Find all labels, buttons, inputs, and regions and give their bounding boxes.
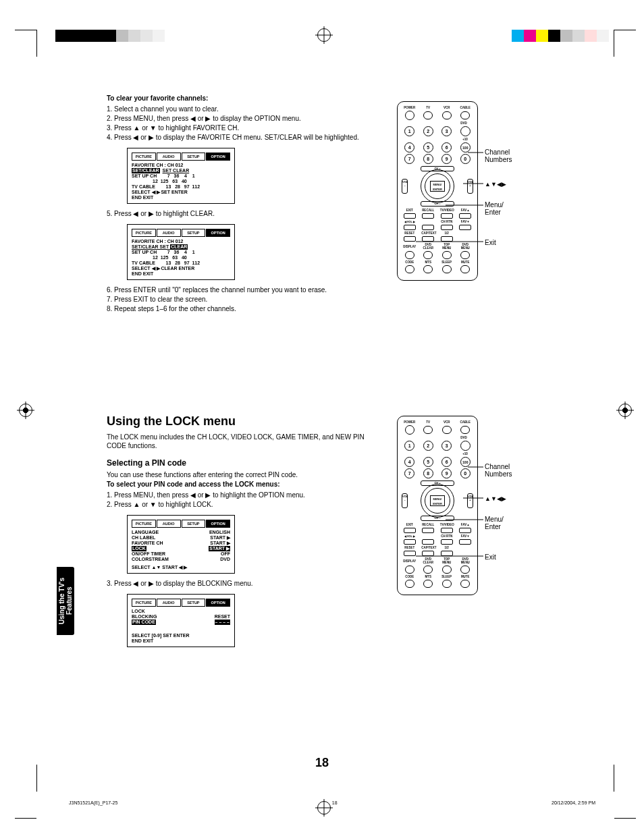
pin-procedure-heading: To select your PIN code and access the L…	[107, 480, 377, 488]
crop-mark	[15, 818, 36, 819]
osd-line: SET/CLEAR SET CLEAR	[132, 168, 230, 173]
lock-heading: Using the LOCK menu	[107, 414, 377, 429]
pin-steps: 3. Press ◀ or ▶ to display the BLOCKING …	[107, 579, 377, 588]
osd-title: FAVORITE CH : CH 012	[132, 163, 230, 168]
osd-title: FAVORITE CH : CH 012	[132, 239, 230, 244]
osd-favorite-clear: PICTURE AUDIO SETUP OPTION FAVORITE CH :…	[127, 224, 235, 280]
pin-steps: 1. Press MENU, then press ◀ or ▶ to high…	[107, 491, 377, 510]
step: 8. Repeat steps 1–6 for the other channe…	[116, 304, 377, 314]
menu-enter-button: MENU/ ENTER	[430, 181, 445, 192]
crop-mark	[614, 30, 636, 30]
crop-mark	[36, 30, 37, 57]
osd-tab: PICTURE	[132, 520, 156, 528]
osd-tab: PICTURE	[132, 153, 156, 161]
step: 1. Press MENU, then press ◀ or ▶ to high…	[116, 491, 377, 500]
osd-grid: SET UP CH 7 36 4 1 12 125 63 40 TV CABLE…	[132, 250, 230, 266]
step: 2. Press MENU, then press ◀ or ▶ to disp…	[116, 114, 377, 123]
osd-tab: AUDIO	[157, 153, 181, 161]
registration-target-icon	[317, 28, 331, 42]
osd-tab: AUDIO	[157, 520, 181, 528]
pin-heading: Selecting a PIN code	[107, 458, 377, 468]
osd-tab: AUDIO	[157, 229, 181, 237]
step: 6. Press ENTER until "0" replaces the ch…	[116, 285, 377, 295]
step: 3. Press ▲ or ▼ to highlight FAVORITE CH…	[116, 123, 377, 133]
page-number: 18	[0, 756, 644, 770]
osd-tab: PICTURE	[132, 599, 156, 607]
crop-mark	[15, 30, 36, 30]
osd-blocking: PICTURE AUDIO SETUP OPTION LOCK BLOCKING…	[127, 594, 235, 647]
callout-menu: Menu/ Enter	[485, 201, 504, 216]
osd-hint: END EXIT	[132, 638, 230, 644]
osd-hint: END EXIT	[132, 271, 230, 277]
menu-enter-button: MENU/ ENTER	[430, 495, 445, 506]
osd-hint: SELECT [0-9] SET ENTER	[132, 633, 230, 638]
registration-strip-right	[512, 30, 609, 42]
footer-left: J3N51521A(E)_P17-25	[69, 800, 117, 805]
osd-hint: END EXIT	[132, 195, 230, 200]
osd-tab-active: OPTION	[206, 599, 230, 607]
callout-menu: Menu/ Enter	[485, 516, 504, 530]
registration-strip-left	[55, 30, 165, 42]
footer-right: 20/12/2004, 2:59 PM	[552, 800, 595, 805]
osd-tab: SETUP	[182, 520, 206, 528]
osd-tab: AUDIO	[157, 599, 181, 607]
section-tab: Using the TV's Features	[57, 567, 74, 635]
callout-exit: Exit	[485, 553, 496, 561]
step: 7. Press EXIT to clear the screen.	[116, 295, 377, 304]
callout-arrows: ▲▼◀▶	[485, 495, 506, 503]
step: 4. Press ◀ or ▶ to display the FAVORITE …	[116, 133, 377, 142]
osd-favorite-set: PICTURE AUDIO SETUP OPTION FAVORITE CH :…	[127, 148, 235, 204]
power-button-icon	[405, 111, 414, 120]
osd-tab: SETUP	[182, 599, 206, 607]
callout-arrows: ▲▼◀▶	[485, 181, 506, 188]
step: 5. Press ◀ or ▶ to highlight CLEAR.	[116, 209, 377, 219]
power-button-icon	[405, 425, 414, 435]
osd-tab: SETUP	[182, 153, 206, 161]
osd-tab-active: OPTION	[206, 153, 230, 161]
remote-diagram: POWER TV VCR CABLE DVD 123 +10 456100 78…	[397, 101, 478, 281]
lock-intro: The LOCK menu includes the CH LOCK, VIDE…	[107, 433, 377, 450]
osd-grid: SET UP CH 7 36 4 1 12 125 63 40 TV CABLE…	[132, 173, 230, 190]
callout-exit: Exit	[485, 239, 496, 246]
crop-mark	[614, 30, 614, 57]
osd-line: SET/CLEAR SET CLEAR	[132, 244, 230, 250]
step: 2. Press ▲ or ▼ to highlight LOCK.	[116, 500, 377, 510]
osd-hint: SELECT ◀ ▶ SET ENTER	[132, 190, 230, 195]
osd-tab-active: OPTION	[206, 229, 230, 237]
crop-mark	[614, 818, 636, 819]
registration-target-icon	[19, 404, 32, 417]
clear-steps: 5. Press ◀ or ▶ to highlight CLEAR.	[107, 209, 377, 219]
step: 3. Press ◀ or ▶ to display the BLOCKING …	[116, 579, 377, 588]
step: 1. Select a channel you want to clear.	[116, 105, 377, 114]
registration-target-icon	[618, 404, 632, 417]
osd-tab: SETUP	[182, 229, 206, 237]
pin-intro: You can use these functions after enteri…	[107, 470, 377, 479]
callout-channel: Channel Numbers	[485, 148, 512, 163]
remote-diagram: POWER TV VCR CABLE DVD 123 +10 456100 78…	[397, 416, 478, 595]
osd-tab-active: OPTION	[206, 520, 230, 528]
clear-heading: To clear your favorite channels:	[107, 94, 377, 102]
clear-steps: 1. Select a channel you want to clear. 2…	[107, 105, 377, 142]
footer: J3N51521A(E)_P17-25 18 20/12/2004, 2:59 …	[69, 800, 595, 805]
footer-center: 18	[332, 800, 338, 805]
osd-tab: PICTURE	[132, 229, 156, 237]
clear-steps: 6. Press ENTER until "0" replaces the ch…	[107, 285, 377, 314]
osd-hint: SELECT ▲▼ START ◀ ▶	[132, 565, 230, 570]
osd-option-lock: PICTURE AUDIO SETUP OPTION LANGUAGEENGLI…	[127, 515, 235, 574]
callout-channel: Channel Numbers	[485, 463, 512, 478]
osd-hint: SELECT ◀ ▶ CLEAR ENTER	[132, 266, 230, 271]
